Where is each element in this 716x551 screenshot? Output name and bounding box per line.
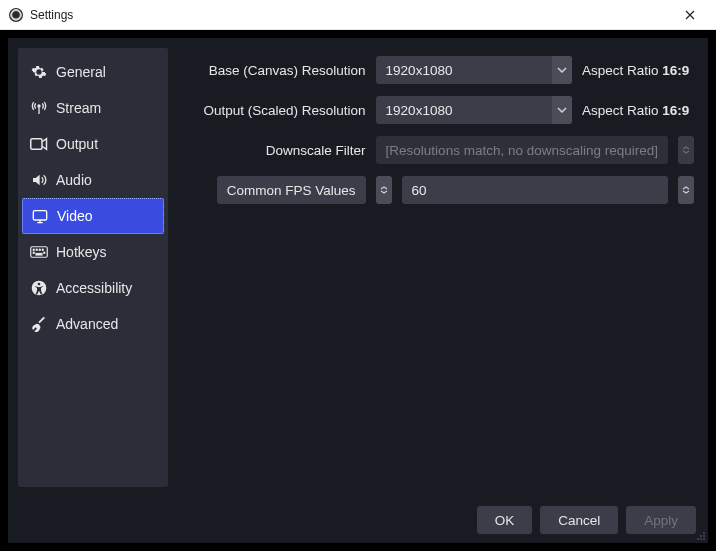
svg-point-20 [703, 538, 705, 540]
chevron-down-icon[interactable] [552, 96, 572, 124]
sidebar-item-label: General [56, 64, 106, 80]
downscale-filter-combo: [Resolutions match, no downscaling requi… [376, 136, 668, 164]
svg-point-18 [697, 538, 699, 540]
window-body: General Stream Output [0, 30, 716, 551]
dialog-footer: OK Cancel Apply [8, 497, 708, 543]
tools-icon [30, 315, 48, 333]
obs-icon [8, 7, 24, 23]
titlebar: Settings [0, 0, 716, 30]
output-resolution-label: Output (Scaled) Resolution [192, 103, 366, 118]
fps-mode-label: Common FPS Values [227, 183, 356, 198]
sidebar-item-label: Hotkeys [56, 244, 107, 260]
svg-point-2 [38, 105, 40, 107]
speaker-icon [30, 171, 48, 189]
output-aspect-ratio: Aspect Ratio 16:9 [582, 103, 694, 118]
base-resolution-combo[interactable]: 1920x1080 [376, 56, 572, 84]
svg-point-10 [33, 252, 34, 253]
svg-point-8 [39, 249, 40, 250]
downscale-filter-row: Downscale Filter [Resolutions match, no … [192, 136, 694, 164]
sidebar-item-video[interactable]: Video [22, 198, 164, 234]
downscale-filter-value: [Resolutions match, no downscaling requi… [376, 143, 668, 158]
fps-value-stepper[interactable] [678, 176, 694, 204]
antenna-icon [30, 99, 48, 117]
svg-point-19 [700, 538, 702, 540]
output-icon [30, 135, 48, 153]
keyboard-icon [30, 243, 48, 261]
base-aspect-ratio: Aspect Ratio 16:9 [582, 63, 694, 78]
fps-row: Common FPS Values 60 [192, 176, 694, 204]
sidebar-item-label: Audio [56, 172, 92, 188]
svg-rect-12 [36, 254, 42, 256]
svg-point-17 [703, 535, 705, 537]
cancel-button[interactable]: Cancel [540, 506, 618, 534]
video-settings-panel: Base (Canvas) Resolution 1920x1080 Aspec… [178, 38, 708, 497]
sidebar-item-label: Advanced [56, 316, 118, 332]
output-resolution-row: Output (Scaled) Resolution 1920x1080 Asp… [192, 96, 694, 124]
fps-value: 60 [402, 183, 668, 198]
svg-point-11 [44, 252, 45, 253]
fps-value-combo[interactable]: 60 [402, 176, 668, 204]
output-resolution-value: 1920x1080 [376, 103, 552, 118]
svg-point-15 [703, 532, 705, 534]
accessibility-icon [30, 279, 48, 297]
apply-button: Apply [626, 506, 696, 534]
gear-icon [30, 63, 48, 81]
sidebar-item-label: Stream [56, 100, 101, 116]
sidebar-item-accessibility[interactable]: Accessibility [18, 270, 168, 306]
downscale-filter-stepper [678, 136, 694, 164]
sidebar: General Stream Output [18, 48, 168, 487]
sidebar-item-stream[interactable]: Stream [18, 90, 168, 126]
sidebar-item-hotkeys[interactable]: Hotkeys [18, 234, 168, 270]
base-resolution-label: Base (Canvas) Resolution [192, 63, 366, 78]
ok-button[interactable]: OK [477, 506, 533, 534]
sidebar-item-audio[interactable]: Audio [18, 162, 168, 198]
sidebar-item-label: Video [57, 208, 93, 224]
svg-point-16 [700, 535, 702, 537]
svg-rect-3 [31, 139, 42, 150]
sidebar-item-label: Output [56, 136, 98, 152]
sidebar-item-label: Accessibility [56, 280, 132, 296]
svg-point-6 [33, 249, 34, 250]
settings-window: Settings General Stream [0, 0, 716, 551]
fps-mode-selector[interactable]: Common FPS Values [217, 176, 366, 204]
downscale-filter-label: Downscale Filter [192, 143, 366, 158]
base-resolution-row: Base (Canvas) Resolution 1920x1080 Aspec… [192, 56, 694, 84]
output-resolution-combo[interactable]: 1920x1080 [376, 96, 572, 124]
resize-grip[interactable] [696, 531, 706, 541]
window-close-button[interactable] [672, 1, 708, 29]
window-title: Settings [30, 8, 73, 22]
chevron-down-icon[interactable] [552, 56, 572, 84]
sidebar-item-advanced[interactable]: Advanced [18, 306, 168, 342]
svg-point-9 [42, 249, 43, 250]
svg-point-14 [38, 283, 41, 286]
sidebar-item-output[interactable]: Output [18, 126, 168, 162]
sidebar-item-general[interactable]: General [18, 54, 168, 90]
svg-point-7 [36, 249, 37, 250]
content-area: General Stream Output [8, 38, 708, 497]
monitor-icon [31, 207, 49, 225]
base-resolution-value: 1920x1080 [376, 63, 552, 78]
fps-mode-stepper[interactable] [376, 176, 392, 204]
svg-rect-4 [33, 211, 46, 220]
